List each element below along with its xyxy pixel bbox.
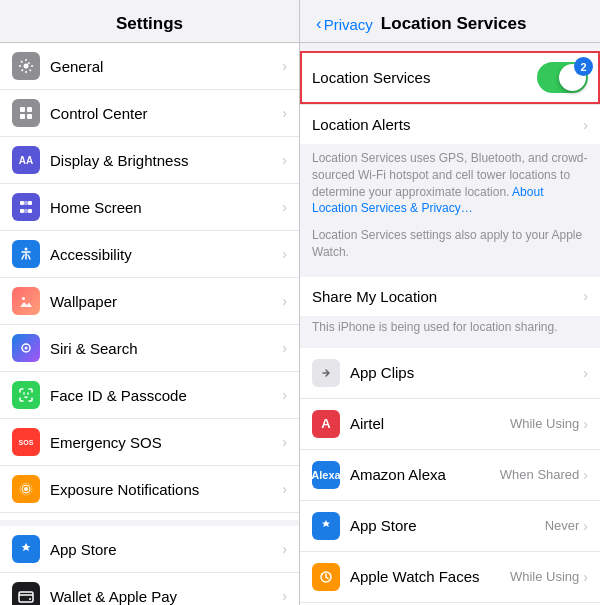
- chevron-icon: ›: [282, 340, 287, 356]
- chevron-icon: ›: [282, 541, 287, 557]
- chevron-icon: ›: [583, 518, 588, 534]
- sidebar-item-display[interactable]: AA Display & Brightness ›: [0, 137, 299, 184]
- sidebar-item-appstore[interactable]: App Store ›: [0, 526, 299, 573]
- svg-rect-22: [19, 592, 33, 602]
- home-screen-label: Home Screen: [50, 199, 282, 216]
- sidebar-item-control-center[interactable]: Control Center ›: [0, 90, 299, 137]
- sidebar-item-siri[interactable]: Siri & Search ›: [0, 325, 299, 372]
- airtel-icon: A: [312, 410, 340, 438]
- share-location-right: ›: [583, 288, 588, 304]
- svg-rect-10: [24, 209, 28, 213]
- appstore-icon: [12, 535, 40, 563]
- sidebar-item-faceid[interactable]: Face ID & Passcode ›: [0, 372, 299, 419]
- right-header: ‹ Privacy Location Services: [300, 0, 600, 43]
- faceid-icon: [12, 381, 40, 409]
- share-location-row[interactable]: Share My Location ›: [300, 277, 600, 316]
- general-label: General: [50, 58, 282, 75]
- chevron-icon: ›: [282, 434, 287, 450]
- app-clips-icon: [312, 359, 340, 387]
- app-store-status: Never: [545, 518, 580, 533]
- control-center-icon: [12, 99, 40, 127]
- location-description: Location Services uses GPS, Bluetooth, a…: [300, 144, 600, 223]
- location-alerts-row[interactable]: Location Alerts ›: [300, 105, 600, 144]
- chevron-icon: ›: [282, 588, 287, 604]
- right-content: Location Services 2 Location Alerts ›: [300, 43, 600, 605]
- emergency-label: Emergency SOS: [50, 434, 282, 451]
- amazon-alexa-icon: Alexa: [312, 461, 340, 489]
- chevron-icon: ›: [282, 293, 287, 309]
- sidebar-item-exposure[interactable]: Exposure Notifications ›: [0, 466, 299, 513]
- chevron-icon: ›: [282, 246, 287, 262]
- location-description2: Location Services settings also apply to…: [300, 223, 600, 269]
- chevron-icon: ›: [282, 199, 287, 215]
- right-panel-title: Location Services: [381, 14, 527, 34]
- location-alerts-chevron: ›: [583, 117, 588, 133]
- svg-point-14: [25, 347, 28, 350]
- svg-rect-2: [27, 107, 32, 112]
- sidebar-item-emergency[interactable]: SOS Emergency SOS ›: [0, 419, 299, 466]
- location-alerts-section: Location Alerts ›: [300, 104, 600, 144]
- sidebar-item-wallet[interactable]: Wallet & Apple Pay ›: [0, 573, 299, 605]
- sidebar-item-general[interactable]: General ›: [0, 43, 299, 90]
- wallpaper-label: Wallpaper: [50, 293, 282, 310]
- toggle-container: 2: [537, 62, 588, 93]
- svg-rect-1: [20, 107, 25, 112]
- siri-icon: [12, 334, 40, 362]
- back-button[interactable]: ‹ Privacy: [316, 14, 373, 34]
- display-label: Display & Brightness: [50, 152, 282, 169]
- home-screen-icon: [12, 193, 40, 221]
- general-icon: [12, 52, 40, 80]
- chevron-icon: ›: [282, 58, 287, 74]
- display-icon: AA: [12, 146, 40, 174]
- chevron-icon: ›: [282, 105, 287, 121]
- settings-title: Settings: [0, 0, 299, 43]
- sidebar-item-home-screen[interactable]: Home Screen ›: [0, 184, 299, 231]
- svg-rect-7: [20, 209, 24, 213]
- chevron-icon: ›: [282, 152, 287, 168]
- sidebar-item-accessibility[interactable]: Accessibility ›: [0, 231, 299, 278]
- app-row-airtel[interactable]: A Airtel While Using ›: [300, 399, 600, 450]
- chevron-icon: ›: [282, 387, 287, 403]
- control-center-label: Control Center: [50, 105, 282, 122]
- location-alerts-label: Location Alerts: [312, 116, 583, 133]
- sidebar-item-battery[interactable]: Battery ›: [0, 513, 299, 520]
- svg-rect-9: [24, 201, 28, 205]
- location-services-label: Location Services: [312, 69, 537, 86]
- settings-list: General › Control Center › AA Display & …: [0, 43, 299, 520]
- svg-point-0: [24, 64, 29, 69]
- chevron-icon: ›: [583, 467, 588, 483]
- apple-watch-faces-status: While Using: [510, 569, 579, 584]
- app-row-app-clips[interactable]: App Clips ›: [300, 348, 600, 399]
- svg-rect-5: [20, 201, 24, 205]
- app-clips-label: App Clips: [350, 364, 583, 381]
- exposure-label: Exposure Notifications: [50, 481, 282, 498]
- exposure-icon: [12, 475, 40, 503]
- appstore-label: App Store: [50, 541, 282, 558]
- app-row-amazon-alexa[interactable]: Alexa Amazon Alexa When Shared ›: [300, 450, 600, 501]
- share-location-desc: This iPhone is being used for location s…: [300, 316, 600, 340]
- location-alerts-right: ›: [583, 117, 588, 133]
- apple-watch-faces-icon: [312, 563, 340, 591]
- faceid-label: Face ID & Passcode: [50, 387, 282, 404]
- app-row-app-store[interactable]: App Store Never ›: [300, 501, 600, 552]
- airtel-status: While Using: [510, 416, 579, 431]
- airtel-label: Airtel: [350, 415, 510, 432]
- chevron-icon: ›: [282, 481, 287, 497]
- share-location-section: Share My Location ›: [300, 277, 600, 316]
- app-row-apple-watch-faces[interactable]: Apple Watch Faces While Using ›: [300, 552, 600, 603]
- apps-section: App Clips › A Airtel While Using ›: [300, 348, 600, 605]
- sidebar-item-wallpaper[interactable]: Wallpaper ›: [0, 278, 299, 325]
- wallpaper-icon: [12, 287, 40, 315]
- location-services-badge: 2: [574, 57, 593, 76]
- settings-panel: Settings General › Control Center ›: [0, 0, 300, 605]
- emergency-icon: SOS: [12, 428, 40, 456]
- share-location-label: Share My Location: [312, 288, 583, 305]
- location-services-section: Location Services 2: [300, 51, 600, 104]
- share-location-chevron: ›: [583, 288, 588, 304]
- location-services-row[interactable]: Location Services 2: [300, 51, 600, 104]
- svg-point-11: [25, 248, 28, 251]
- svg-rect-4: [27, 114, 32, 119]
- app-store-label: App Store: [350, 517, 545, 534]
- chevron-icon: ›: [583, 569, 588, 585]
- wallet-label: Wallet & Apple Pay: [50, 588, 282, 605]
